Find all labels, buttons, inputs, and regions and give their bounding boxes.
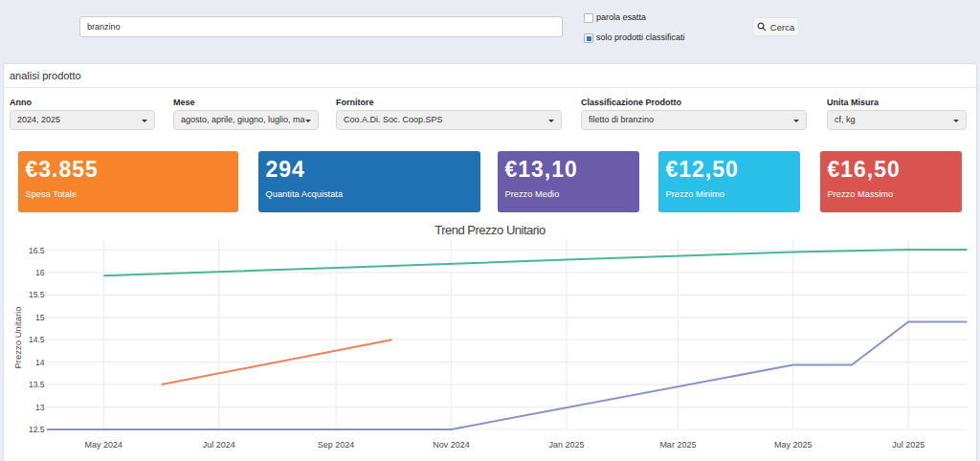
- svg-text:15.5: 15.5: [29, 290, 45, 299]
- svg-text:Prezzo Unitario: Prezzo Unitario: [12, 307, 23, 369]
- svg-text:14: 14: [35, 358, 45, 367]
- svg-text:May 2024: May 2024: [85, 440, 123, 450]
- svg-text:Jul 2025: Jul 2025: [892, 440, 924, 450]
- svg-text:Jul 2024: Jul 2024: [203, 440, 235, 450]
- svg-text:Mar 2025: Mar 2025: [659, 440, 696, 450]
- svg-text:Trend Prezzo Unitario: Trend Prezzo Unitario: [434, 223, 546, 237]
- svg-text:13: 13: [35, 403, 45, 412]
- svg-text:Jan 2025: Jan 2025: [548, 440, 584, 450]
- svg-text:14.5: 14.5: [29, 335, 45, 344]
- svg-text:Nov 2024: Nov 2024: [433, 440, 470, 450]
- svg-text:12.5: 12.5: [29, 425, 45, 434]
- svg-text:13.5: 13.5: [29, 380, 45, 389]
- svg-text:16.5: 16.5: [29, 246, 45, 255]
- svg-text:15: 15: [35, 313, 45, 322]
- svg-text:Sep 2024: Sep 2024: [318, 440, 355, 450]
- svg-text:16: 16: [35, 268, 45, 277]
- svg-text:May 2025: May 2025: [774, 440, 813, 450]
